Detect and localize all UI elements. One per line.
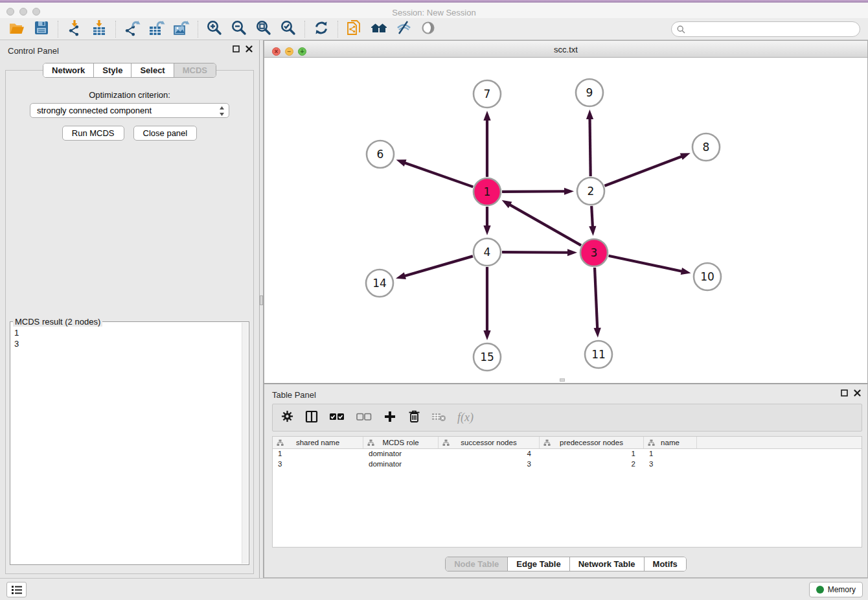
column-label: MCDS role [382, 439, 418, 446]
search-field[interactable] [671, 21, 860, 37]
graph-node-9[interactable]: 9 [576, 79, 603, 106]
hierarchy-icon [277, 439, 284, 448]
graph-node-2[interactable]: 2 [577, 178, 604, 205]
table-row[interactable]: 3dominator323 [273, 459, 862, 470]
float-panel-icon[interactable] [233, 45, 240, 52]
graph-node-3[interactable]: 3 [580, 239, 608, 266]
float-table-panel-icon[interactable] [841, 389, 848, 397]
table-cell[interactable]: 2 [540, 459, 644, 470]
table-cell[interactable]: 1 [644, 449, 697, 459]
unselect-all-rows-button[interactable] [356, 410, 372, 426]
tab-node-table[interactable]: Node Table [446, 557, 508, 571]
new-network-from-file-button[interactable] [344, 19, 365, 39]
table-cell[interactable]: 1 [273, 449, 363, 459]
edge-3-10[interactable] [609, 256, 683, 271]
edge-arrowhead [396, 159, 407, 167]
home-view-button[interactable] [369, 19, 389, 39]
splitter-handle[interactable] [260, 295, 263, 305]
export-table-button[interactable] [146, 19, 167, 39]
node-label: 3 [591, 246, 598, 259]
mcds-panel: Optimization criterion: strongly connect… [5, 70, 254, 574]
column-header-name[interactable]: name [644, 437, 697, 448]
edge-4-3[interactable] [502, 252, 569, 253]
close-table-panel-icon[interactable] [854, 389, 861, 397]
edge-2-9[interactable] [590, 118, 591, 176]
column-header-shared-name[interactable]: shared name [273, 437, 363, 448]
node-table: shared nameMCDS rolesuccessor nodesprede… [272, 436, 862, 548]
search-input[interactable] [689, 25, 860, 34]
tab-network[interactable]: Network [43, 63, 94, 77]
graph-node-6[interactable]: 6 [367, 141, 394, 168]
export-image-button[interactable] [171, 19, 192, 39]
zoom-in-button[interactable] [204, 19, 225, 39]
graph-node-1[interactable]: 1 [474, 178, 501, 205]
edge-2-8[interactable] [604, 156, 682, 186]
column-header-successor-nodes[interactable]: successor nodes [439, 437, 540, 448]
export-network-icon [124, 19, 141, 39]
graph-node-15[interactable]: 15 [474, 343, 501, 371]
memory-button[interactable]: Memory [809, 582, 863, 597]
tab-edge-table[interactable]: Edge Table [508, 557, 569, 571]
open-session-button[interactable] [6, 19, 27, 39]
tab-motifs[interactable]: Motifs [645, 557, 686, 571]
task-list-icon [10, 584, 23, 595]
network-canvas[interactable]: 7968124314101511 [264, 58, 867, 383]
graph-node-7[interactable]: 7 [474, 80, 501, 108]
edge-arrowhead [567, 249, 577, 256]
close-panel-button[interactable]: Close panel [133, 126, 198, 141]
horizontal-splitter-handle[interactable] [560, 378, 565, 382]
table-cell[interactable]: 4 [439, 449, 540, 459]
result-scrollbar[interactable] [242, 323, 248, 564]
table-cell[interactable]: dominator [363, 459, 439, 470]
zoom-selected-button[interactable] [278, 19, 299, 39]
edge-1-6[interactable] [404, 163, 474, 187]
delete-row-button[interactable] [407, 410, 420, 426]
edge-1-2[interactable] [502, 191, 565, 192]
tab-mcds[interactable]: MCDS [174, 63, 216, 77]
column-header-MCDS-role[interactable]: MCDS role [363, 437, 439, 448]
hide-graphics-details-button[interactable] [393, 19, 414, 39]
table-cell[interactable]: 3 [644, 459, 697, 470]
mcds-result-item: 3 [14, 338, 240, 349]
tab-network-table[interactable]: Network Table [570, 557, 645, 571]
import-network-button[interactable] [64, 19, 85, 39]
import-table-button[interactable] [89, 19, 109, 39]
add-row-button[interactable] [383, 410, 396, 426]
graph-node-8[interactable]: 8 [692, 133, 720, 161]
table-cell[interactable]: 1 [540, 449, 644, 459]
criterion-dropdown[interactable]: strongly connected component [30, 103, 229, 118]
export-network-button[interactable] [122, 19, 143, 39]
tab-style[interactable]: Style [94, 63, 131, 77]
run-mcds-button[interactable]: Run MCDS [62, 126, 124, 141]
zoom-fit-icon [255, 19, 272, 39]
table-cell[interactable]: 3 [273, 459, 363, 470]
edge-2-3[interactable] [591, 206, 593, 227]
edge-arrowhead [680, 153, 691, 160]
mcds-result-item: 1 [14, 327, 240, 338]
table-settings-button[interactable] [280, 410, 294, 426]
show-graphics-details-button[interactable] [418, 19, 439, 39]
select-all-rows-button[interactable] [329, 410, 345, 426]
zoom-fit-button[interactable] [253, 19, 274, 39]
graph-node-14[interactable]: 14 [366, 270, 393, 297]
table-cell[interactable]: dominator [363, 449, 439, 459]
table-cell[interactable]: 3 [439, 459, 540, 470]
edge-arrowhead [483, 330, 490, 340]
zoom-out-button[interactable] [229, 19, 249, 39]
show-columns-button[interactable] [305, 410, 318, 426]
graph-node-11[interactable]: 11 [585, 341, 612, 368]
edge-3-1[interactable] [509, 204, 581, 245]
table-row[interactable]: 1dominator411 [273, 449, 862, 459]
close-panel-icon[interactable] [246, 45, 253, 52]
refresh-layout-button[interactable] [311, 19, 332, 39]
task-history-button[interactable] [6, 582, 27, 597]
tab-select[interactable]: Select [131, 63, 174, 77]
save-session-button[interactable] [31, 19, 52, 39]
edge-3-11[interactable] [595, 268, 597, 329]
edge-4-14[interactable] [404, 256, 472, 276]
network-frame-title: scc.txt [264, 45, 867, 54]
graph-node-4[interactable]: 4 [474, 238, 501, 266]
network-frame-titlebar: ×−+ scc.txt [264, 41, 867, 58]
column-header-predecessor-nodes[interactable]: predecessor nodes [540, 437, 644, 448]
graph-node-10[interactable]: 10 [694, 263, 721, 290]
